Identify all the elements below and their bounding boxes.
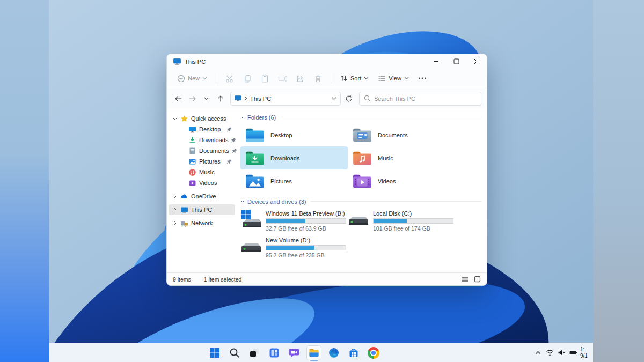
chat-button[interactable] xyxy=(287,346,301,360)
recent-locations-button[interactable] xyxy=(200,92,213,105)
hard-drive-icon xyxy=(348,209,369,230)
file-explorer-button[interactable] xyxy=(307,346,321,360)
trash-icon xyxy=(313,74,323,83)
forward-button[interactable] xyxy=(186,92,199,105)
large-icons-view-toggle[interactable] xyxy=(474,276,481,283)
pin-icon[interactable] xyxy=(226,159,232,165)
more-options-button[interactable] xyxy=(414,71,430,85)
drive-tile-b[interactable]: Windows 11 Beta Preview (B:) 32.7 GB fre… xyxy=(240,209,348,232)
sort-button[interactable]: Sort xyxy=(336,72,372,85)
folder-tile-documents[interactable]: Documents xyxy=(348,123,455,146)
edge-button[interactable] xyxy=(327,346,341,360)
tray-chevron-up-button[interactable] xyxy=(533,348,543,358)
search-box[interactable] xyxy=(359,92,481,106)
folder-tile-pictures[interactable]: Pictures xyxy=(240,169,348,193)
system-tray: 1: 9/1 xyxy=(533,343,593,362)
maximize-button[interactable] xyxy=(446,54,466,69)
breadcrumb[interactable]: This PC xyxy=(250,95,271,102)
drives-section-header[interactable]: Devices and drives (3) xyxy=(240,197,481,206)
network-icon xyxy=(180,219,188,227)
delete-button[interactable] xyxy=(310,71,326,85)
sidebar-item-desktop[interactable]: Desktop xyxy=(169,124,235,135)
window-title: This PC xyxy=(185,58,206,65)
sidebar-item-network[interactable]: Network xyxy=(169,218,235,228)
folder-tile-videos[interactable]: Videos xyxy=(348,169,455,193)
task-view-button[interactable] xyxy=(247,346,261,360)
drive-tile-d[interactable]: New Volume (D:) 95.2 GB free of 235 GB xyxy=(240,236,348,258)
clock[interactable]: 1: 9/1 xyxy=(580,346,593,359)
volume-button[interactable] xyxy=(557,348,567,358)
sidebar-item-documents[interactable]: Documents xyxy=(169,145,235,156)
forward-arrow-icon xyxy=(188,95,196,102)
new-button[interactable]: New xyxy=(173,72,211,85)
chevron-down-icon xyxy=(364,77,369,80)
wifi-icon xyxy=(545,348,554,357)
view-button[interactable]: View xyxy=(374,72,413,85)
paste-button[interactable] xyxy=(257,71,273,85)
pictures-folder-icon xyxy=(245,173,265,189)
pin-icon[interactable] xyxy=(232,148,237,154)
cut-button[interactable] xyxy=(221,71,237,85)
letterbox-left xyxy=(0,0,49,362)
chrome-button[interactable] xyxy=(367,346,380,360)
minimize-icon xyxy=(433,58,439,64)
start-button[interactable] xyxy=(208,346,222,360)
battery-button[interactable] xyxy=(568,348,579,358)
sidebar-item-downloads[interactable]: Downloads xyxy=(169,135,235,145)
chevron-down-icon[interactable] xyxy=(332,97,336,100)
chevron-down-icon xyxy=(240,116,245,119)
edge-icon xyxy=(328,347,340,359)
pin-icon[interactable] xyxy=(226,127,232,132)
music-folder-icon xyxy=(352,150,372,166)
widgets-button[interactable] xyxy=(267,346,281,360)
command-bar: New xyxy=(167,69,487,88)
folders-section-header[interactable]: Folders (6) xyxy=(240,113,481,122)
refresh-button[interactable] xyxy=(342,92,355,105)
copy-button[interactable] xyxy=(239,71,255,85)
ellipsis-icon xyxy=(418,77,427,80)
star-icon xyxy=(180,115,188,123)
search-input[interactable] xyxy=(374,95,477,102)
minimize-button[interactable] xyxy=(426,54,446,69)
rename-button[interactable] xyxy=(274,71,290,85)
folder-tile-desktop[interactable]: Desktop xyxy=(240,123,348,146)
sidebar-item-quick-access[interactable]: Quick access xyxy=(169,113,235,124)
title-bar[interactable]: This PC xyxy=(167,54,487,69)
onedrive-cloud-icon xyxy=(180,193,188,201)
back-button[interactable] xyxy=(172,92,185,105)
up-button[interactable] xyxy=(214,92,226,105)
drives-grid: Windows 11 Beta Preview (B:) 32.7 GB fre… xyxy=(240,209,481,258)
store-button[interactable] xyxy=(347,346,361,360)
sidebar-item-this-pc[interactable]: This PC xyxy=(169,204,235,215)
sidebar-item-pictures[interactable]: Pictures xyxy=(169,156,235,167)
documents-icon xyxy=(188,147,196,155)
videos-icon xyxy=(188,179,196,187)
close-icon xyxy=(474,58,480,64)
drive-tile-c[interactable]: Local Disk (C:) 101 GB free of 174 GB xyxy=(348,209,455,232)
this-pc-window-icon xyxy=(173,58,181,65)
search-button[interactable] xyxy=(228,346,241,360)
details-view-toggle[interactable] xyxy=(462,276,469,283)
chevron-down-icon xyxy=(240,200,245,203)
address-box[interactable]: This PC xyxy=(230,92,341,106)
rename-icon xyxy=(278,74,287,83)
sidebar-item-videos[interactable]: Videos xyxy=(169,178,235,188)
items-view: Folders (6) Desktop xyxy=(237,108,487,272)
close-button[interactable] xyxy=(466,54,487,69)
capacity-bar xyxy=(266,245,346,250)
selection-count: 1 item selected xyxy=(204,276,242,283)
share-button[interactable] xyxy=(292,71,308,85)
hard-drive-icon xyxy=(240,236,262,256)
pin-icon[interactable] xyxy=(231,137,237,143)
this-pc-small-icon xyxy=(235,95,241,101)
folder-tile-downloads[interactable]: Downloads xyxy=(240,146,348,169)
taskbar: 1: 9/1 xyxy=(49,343,593,362)
wifi-button[interactable] xyxy=(545,348,555,358)
maximize-icon xyxy=(453,58,459,64)
sidebar-item-music[interactable]: Music xyxy=(169,167,235,178)
folder-tile-music[interactable]: Music xyxy=(348,146,455,169)
file-explorer-window: This PC xyxy=(166,54,487,286)
sidebar-item-onedrive[interactable]: OneDrive xyxy=(169,191,235,202)
sort-label: Sort xyxy=(350,75,361,82)
toolbar-separator xyxy=(216,73,216,84)
